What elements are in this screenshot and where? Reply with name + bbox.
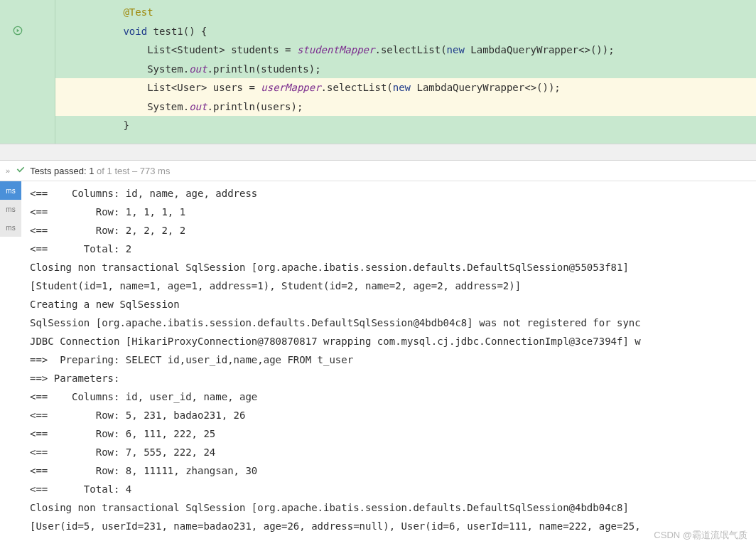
code-line[interactable]: } xyxy=(55,116,756,135)
code-line[interactable]: System.out.println(students); xyxy=(55,60,756,79)
console-line: <== Row: 5, 231, badao231, 26 xyxy=(30,406,747,424)
code-line[interactable]: void test1() { xyxy=(55,22,756,41)
console-line: <== Columns: id, user_id, name, age xyxy=(30,387,747,406)
console-line: <== Row: 1, 1, 1, 1 xyxy=(30,203,747,221)
console-line: JDBC Connection [HikariProxyConnection@7… xyxy=(30,332,747,350)
console-line: ==> Preparing: SELECT id,user_id,name,ag… xyxy=(30,350,747,369)
console-line: <== Total: 4 xyxy=(30,480,747,498)
console-line: SqlSession [org.apache.ibatis.session.de… xyxy=(30,314,747,332)
test-status-bar: » Tests passed: 1 of 1 test – 773 ms xyxy=(0,161,756,181)
code-line[interactable]: System.out.println(users); xyxy=(55,97,756,117)
console-line: [User(id=5, userId=231, name=badao231, a… xyxy=(30,517,747,535)
run-test-icon[interactable] xyxy=(13,26,23,36)
code-line[interactable]: List<User> users = userMapper.selectList… xyxy=(55,78,756,97)
ms-badge[interactable]: ms xyxy=(0,218,21,237)
console-line: <== Row: 7, 555, 222, 24 xyxy=(30,443,747,461)
console-line: Closing non transactional SqlSession [or… xyxy=(30,498,747,517)
console-gutter: ms ms ms xyxy=(0,181,21,546)
console-line: ==> Parameters: xyxy=(30,369,747,387)
console-line: <== Row: 8, 11111, zhangsan, 30 xyxy=(30,461,747,480)
console-output[interactable]: <== Columns: id, name, age, address<== R… xyxy=(21,181,756,546)
ms-badge[interactable]: ms xyxy=(0,200,21,218)
code-line[interactable]: List<Student> students = studentMapper.s… xyxy=(55,41,756,60)
code-content[interactable]: @Test void test1() { List<Student> stude… xyxy=(0,0,756,135)
tests-passed-label: Tests passed: 1 of 1 test – 773 ms xyxy=(30,166,170,176)
code-editor[interactable]: @Test void test1() { List<Student> stude… xyxy=(0,0,756,144)
console-panel: ms ms ms <== Columns: id, name, age, add… xyxy=(0,181,756,546)
console-line: <== Columns: id, name, age, address xyxy=(30,184,747,203)
console-line: <== Total: 2 xyxy=(30,240,747,258)
console-line: Closing non transactional SqlSession [or… xyxy=(30,258,747,277)
console-line: Creating a new SqlSession xyxy=(30,295,747,314)
console-line: <== Row: 2, 2, 2, 2 xyxy=(30,221,747,240)
editor-gutter xyxy=(0,0,55,144)
check-icon xyxy=(16,165,26,177)
ms-badge[interactable]: ms xyxy=(0,181,21,200)
editor-tab-strip xyxy=(0,144,756,161)
expand-chevron-icon[interactable]: » xyxy=(6,166,10,175)
code-line[interactable]: @Test xyxy=(55,3,756,22)
console-line: <== Row: 6, 111, 222, 25 xyxy=(30,424,747,443)
console-line: [Student(id=1, name=1, age=1, address=1)… xyxy=(30,277,747,295)
